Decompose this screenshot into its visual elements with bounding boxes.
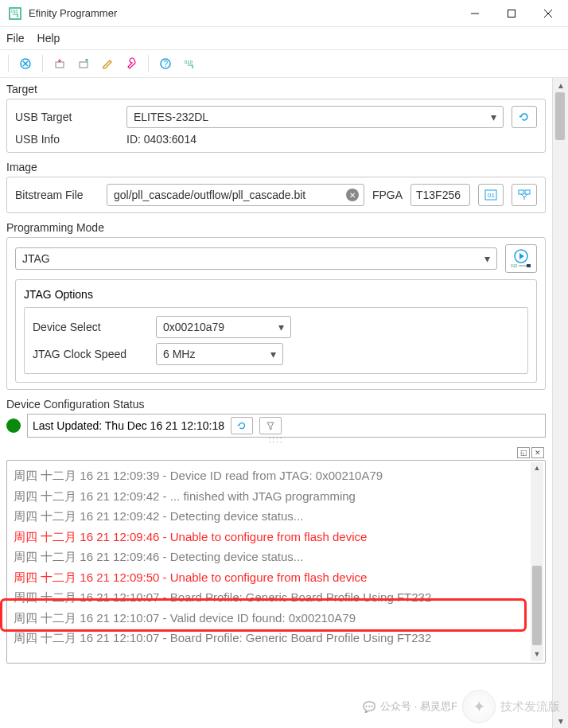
- fpga-label: FPGA: [372, 189, 403, 201]
- log-line: 周四 十二月 16 21 12:09:50 - Unable to config…: [14, 567, 542, 588]
- cancel-icon[interactable]: [15, 53, 36, 74]
- status-row: Last Updated: Thu Dec 16 21 12:10:18: [6, 414, 546, 438]
- menu-file[interactable]: File: [6, 32, 25, 45]
- log-line: 周四 十二月 16 21 12:09:46 - Unable to config…: [14, 527, 542, 547]
- svg-text:010: 010: [185, 60, 193, 64]
- log-line: 周四 十二月 16 21 12:10:07 - Board Profile: G…: [14, 587, 542, 608]
- mode-panel: JTAG ▾ 010 JTAG Options Device Select 0x…: [6, 237, 546, 390]
- splitter[interactable]: ::::: [6, 438, 546, 446]
- bitstream-file-input[interactable]: gol/pll_cascade/outflow/pll_cascade.bit …: [107, 184, 364, 206]
- scroll-down-icon[interactable]: ▼: [531, 648, 543, 661]
- clock-speed-dropdown[interactable]: 6 MHz ▾: [156, 343, 283, 365]
- target-section-label: Target: [6, 83, 546, 95]
- scroll-up-icon[interactable]: ▲: [531, 462, 543, 475]
- refresh-usb-button[interactable]: [512, 106, 537, 128]
- svg-text:01: 01: [488, 192, 495, 199]
- log-panel: 周四 十二月 16 21 12:09:39 - Device ID read f…: [6, 460, 546, 664]
- log-scrollbar[interactable]: ▲ ▼: [531, 462, 543, 661]
- chip-import-icon[interactable]: [49, 53, 70, 74]
- svg-rect-10: [80, 62, 88, 68]
- scroll-up-icon[interactable]: ▲: [553, 78, 568, 92]
- combine-button[interactable]: [512, 184, 537, 206]
- bitstream-label: Bitstream File: [15, 189, 99, 201]
- svg-rect-16: [519, 190, 523, 194]
- program-button[interactable]: 010: [505, 244, 537, 273]
- menubar: File Help: [0, 27, 568, 49]
- log-line: 周四 十二月 16 21 12:10:07 - Board Profile: G…: [14, 628, 542, 648]
- svg-rect-22: [527, 264, 531, 267]
- image-section-label: Image: [6, 161, 546, 173]
- close-button[interactable]: [530, 1, 566, 26]
- log-line: 周四 十二月 16 21 12:09:42 - ... finished wit…: [14, 486, 542, 507]
- svg-rect-17: [525, 190, 530, 194]
- jtag-options-panel: JTAG Options Device Select 0x00210a79 ▾ …: [15, 279, 537, 383]
- status-section-label: Device Configuration Status: [6, 398, 546, 411]
- status-text: Last Updated: Thu Dec 16 21 12:10:18: [33, 419, 224, 432]
- device-select-dropdown[interactable]: 0x00210a79 ▾: [156, 316, 291, 338]
- chevron-down-icon: ▾: [270, 348, 276, 360]
- usb-info-label: USB Info: [15, 133, 119, 146]
- fpga-input[interactable]: T13F256: [410, 184, 470, 206]
- svg-marker-19: [519, 253, 524, 259]
- window-title: Efinity Programmer: [29, 7, 457, 19]
- jtag-options-title: JTAG Options: [24, 288, 528, 301]
- binary-icon[interactable]: 010: [179, 53, 200, 74]
- code-view-button[interactable]: 01: [478, 184, 504, 206]
- usb-target-label: USB Target: [15, 111, 119, 123]
- svg-rect-3: [508, 10, 515, 17]
- svg-text:?: ?: [164, 60, 169, 68]
- svg-text:010: 010: [11, 9, 18, 14]
- chevron-down-icon: ▾: [491, 111, 496, 123]
- chevron-down-icon: ▾: [484, 252, 490, 265]
- image-panel: Bitstream File gol/pll_cascade/outflow/p…: [6, 177, 546, 213]
- usb-target-dropdown[interactable]: ELITES-232DL ▾: [126, 106, 504, 128]
- svg-rect-9: [56, 62, 64, 68]
- log-line: 周四 十二月 16 21 12:09:39 - Device ID read f…: [14, 465, 542, 486]
- maximize-button[interactable]: [493, 1, 530, 26]
- clear-icon[interactable]: ✕: [346, 189, 359, 201]
- log-line: 周四 十二月 16 21 12:09:42 - Detecting device…: [14, 506, 542, 527]
- close-pane-button[interactable]: ✕: [531, 447, 544, 458]
- log-line: 周四 十二月 16 21 12:09:46 - Detecting device…: [14, 547, 542, 567]
- wrench-icon[interactable]: [121, 53, 142, 74]
- edit-icon[interactable]: [97, 53, 118, 74]
- device-select-label: Device Select: [33, 321, 148, 333]
- log-line: 周四 十二月 16 21 12:10:07 - Valid device ID …: [14, 608, 542, 629]
- minimize-button[interactable]: [457, 1, 493, 26]
- mode-dropdown[interactable]: JTAG ▾: [15, 247, 497, 270]
- usb-info-value: ID: 0403:6014: [126, 133, 196, 146]
- svg-text:010: 010: [511, 263, 518, 268]
- chevron-down-icon: ▾: [278, 321, 284, 333]
- chip-export-icon[interactable]: [73, 53, 94, 74]
- status-indicator-icon: [6, 419, 21, 433]
- restore-pane-button[interactable]: ◱: [517, 447, 530, 458]
- toolbar: ? 010: [0, 49, 568, 78]
- main-scrollbar[interactable]: ▲ ▼: [552, 78, 568, 728]
- filter-status-button[interactable]: [259, 417, 282, 434]
- watermark: 💬 公众号 · 易灵思F ✦ 技术发流版: [363, 690, 560, 723]
- help-icon[interactable]: ?: [155, 53, 176, 74]
- refresh-status-button[interactable]: [231, 417, 253, 434]
- mode-section-label: Programming Mode: [6, 221, 546, 234]
- target-panel: USB Target ELITES-232DL ▾ USB Info ID: 0…: [6, 99, 546, 153]
- menu-help[interactable]: Help: [37, 32, 60, 45]
- clock-speed-label: JTAG Clock Speed: [33, 348, 148, 360]
- app-icon: 010: [8, 6, 22, 21]
- titlebar: 010 Efinity Programmer: [0, 0, 568, 27]
